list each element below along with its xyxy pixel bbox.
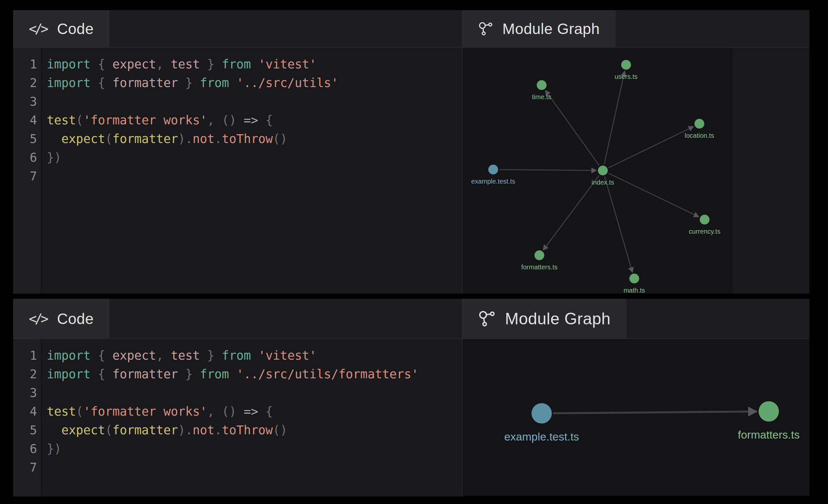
code-line: 4test('formatter works', () => { xyxy=(13,111,462,130)
graph-node-math[interactable] xyxy=(629,274,639,284)
graph-edge-index-currency xyxy=(609,173,699,217)
comparison-row-1: </> Code 1import { expect, test } from '… xyxy=(13,10,809,294)
line-number: 3 xyxy=(13,384,42,402)
graph-node-formatters[interactable] xyxy=(534,250,544,260)
code-line: 3 xyxy=(13,384,462,402)
graph-node-time[interactable] xyxy=(537,80,546,90)
line-number: 7 xyxy=(13,458,42,477)
comparison-row-2: </> Code 1import { expect, test } from '… xyxy=(13,299,809,497)
line-number: 6 xyxy=(13,439,42,458)
graph-node-label-index: index.ts xyxy=(592,179,614,186)
line-number: 5 xyxy=(13,421,42,439)
graph-edge-index-location xyxy=(609,127,694,168)
graph-node-label-formatters: formatters.ts xyxy=(521,263,557,271)
code-line: 5 expect(formatter).not.toThrow() xyxy=(13,130,462,148)
code-line: 5 expect(formatter).not.toThrow() xyxy=(13,421,462,439)
tab-module-graph-2[interactable]: Module Graph xyxy=(462,299,626,338)
code-text: import { formatter } from '../src/utils/… xyxy=(42,365,419,384)
code-line: 3 xyxy=(13,92,462,111)
graph-node-label-currency: currency.ts xyxy=(689,228,720,235)
module-graph-canvas-1[interactable]: users.tstime.tslocation.tsexample.test.t… xyxy=(462,48,733,294)
module-graph-canvas-2[interactable]: example.test.tsformatters.ts xyxy=(462,339,809,496)
tab-code-label: Code xyxy=(57,310,94,328)
module-graph-panel-2: Module Graph example.test.tsformatters.t… xyxy=(462,299,809,497)
code-editor-1[interactable]: 1import { expect, test } from 'vitest'2i… xyxy=(13,48,462,294)
code-text: import { expect, test } from 'vitest' xyxy=(42,346,317,365)
line-number: 3 xyxy=(13,92,42,111)
graph-node-index[interactable] xyxy=(598,166,608,175)
code-editor-2[interactable]: 1import { expect, test } from 'vitest'2i… xyxy=(13,339,462,497)
tab-module-graph-label: Module Graph xyxy=(505,309,611,328)
line-number: 1 xyxy=(13,346,42,365)
comparison-grid: </> Code 1import { expect, test } from '… xyxy=(13,10,809,502)
code-text: }) xyxy=(42,439,61,458)
line-number: 7 xyxy=(13,167,42,185)
code-icon: </> xyxy=(29,21,48,36)
code-text: expect(formatter).not.toThrow() xyxy=(42,421,287,439)
line-number: 5 xyxy=(13,130,42,148)
code-panel-2-header: </> Code xyxy=(13,299,462,339)
graph-edge-example-index xyxy=(499,170,596,170)
code-text: test('formatter works', () => { xyxy=(42,402,273,421)
code-line: 6}) xyxy=(13,439,462,458)
graph-node-label-formatters: formatters.ts xyxy=(738,428,800,441)
module-graph-panel-2-header: Module Graph xyxy=(462,299,809,339)
code-line: 4test('formatter works', () => { xyxy=(13,402,462,421)
line-number: 4 xyxy=(13,402,42,421)
code-text xyxy=(42,167,47,185)
code-text: import { expect, test } from 'vitest' xyxy=(42,55,317,74)
code-line: 1import { expect, test } from 'vitest' xyxy=(13,55,462,74)
graph-node-formatters[interactable] xyxy=(759,401,779,422)
tab-code-label: Code xyxy=(57,20,94,38)
graph-node-currency[interactable] xyxy=(700,215,709,224)
code-line: 7 xyxy=(13,167,462,185)
code-panel-2: </> Code 1import { expect, test } from '… xyxy=(13,299,462,497)
tab-module-graph-1[interactable]: Module Graph xyxy=(462,10,616,47)
graph-edge-index-users xyxy=(604,71,625,165)
code-panel-1: </> Code 1import { expect, test } from '… xyxy=(13,10,462,294)
graph-node-location[interactable] xyxy=(695,119,704,129)
code-line: 6}) xyxy=(13,148,462,167)
code-text: test('formatter works', () => { xyxy=(42,111,273,130)
graph-node-example[interactable] xyxy=(488,165,498,174)
line-number: 4 xyxy=(13,111,42,130)
graph-edge-index-time xyxy=(546,90,599,165)
module-graph-icon xyxy=(478,309,496,328)
line-number: 1 xyxy=(13,55,42,74)
screenshot-root: </> Code 1import { expect, test } from '… xyxy=(0,0,828,504)
code-icon: </> xyxy=(29,311,48,326)
module-graph-icon xyxy=(478,21,494,37)
module-graph-panel-1-header: Module Graph xyxy=(462,10,809,48)
line-number: 6 xyxy=(13,148,42,167)
code-line: 1import { expect, test } from 'vitest' xyxy=(13,346,462,365)
graph-node-users[interactable] xyxy=(621,60,631,70)
code-line: 2import { formatter } from '../src/utils… xyxy=(13,365,462,384)
module-graph-body-2: example.test.tsformatters.ts xyxy=(462,339,809,497)
code-text: import { formatter } from '../src/utils' xyxy=(42,74,338,92)
code-text xyxy=(42,92,47,111)
graph-node-label-math: math.ts xyxy=(623,287,645,294)
code-content-2: 1import { expect, test } from 'vitest'2i… xyxy=(13,339,462,477)
graph-node-label-example: example.test.ts xyxy=(471,178,515,185)
graph-edge-index-math xyxy=(605,176,632,272)
graph-edge-index-formatters xyxy=(543,175,599,250)
tab-code-2[interactable]: </> Code xyxy=(13,299,109,338)
code-text: expect(formatter).not.toThrow() xyxy=(42,130,287,148)
graph-edge-example-formatters xyxy=(553,411,757,413)
graph-node-label-example: example.test.ts xyxy=(504,430,579,443)
tab-code-1[interactable]: </> Code xyxy=(13,10,109,47)
module-graph-panel-1: Module Graph users.tstime.tslocation.tse… xyxy=(462,10,809,294)
module-graph-body-1: users.tstime.tslocation.tsexample.test.t… xyxy=(462,48,809,294)
line-number: 2 xyxy=(13,74,42,92)
code-line: 2import { formatter } from '../src/utils… xyxy=(13,74,462,92)
graph-node-label-users: users.ts xyxy=(615,73,637,80)
panel-filler xyxy=(733,48,809,294)
line-number: 2 xyxy=(13,365,42,384)
graph-node-example[interactable] xyxy=(532,403,552,423)
graph-node-label-time: time.ts xyxy=(532,93,551,100)
code-text: }) xyxy=(42,148,61,167)
code-text xyxy=(42,384,47,402)
code-text xyxy=(42,458,47,477)
code-line: 7 xyxy=(13,458,462,477)
code-content-1: 1import { expect, test } from 'vitest'2i… xyxy=(13,48,462,185)
